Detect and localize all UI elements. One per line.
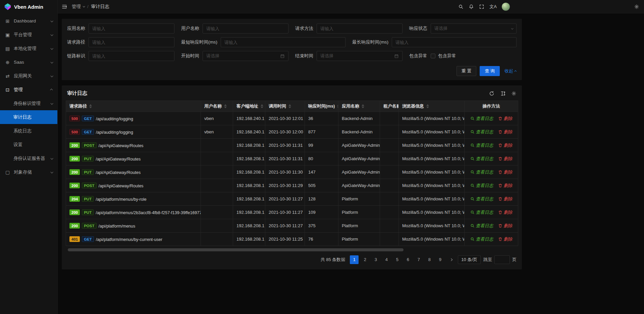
page-jumper: 跳至 页 [483, 255, 517, 264]
app-name-input[interactable] [89, 23, 174, 34]
trace-id-input[interactable] [89, 51, 174, 61]
sidebar-item-localization[interactable]: ▤ 本地化管理 [0, 42, 57, 55]
page-size-select[interactable]: 10 条/页 [458, 255, 481, 264]
sidebar-item-object-storage[interactable]: ▢ 对象存储 [0, 165, 57, 179]
view-log-button[interactable]: 查看日志 [470, 223, 493, 229]
locale-icon[interactable]: 文A [489, 4, 497, 10]
view-log-button[interactable]: 查看日志 [470, 196, 493, 202]
min-response-time-input[interactable] [221, 37, 345, 47]
delete-button[interactable]: 删除 [498, 236, 513, 242]
browser-info-cell: Mozilla/5.0 (Windows NT 10.0; Win... [399, 166, 465, 179]
collapse-label: 收起 [504, 68, 513, 74]
search-icon[interactable] [458, 4, 464, 9]
user-name-cell [201, 166, 233, 179]
page-button[interactable]: 1 [350, 255, 359, 264]
column-header[interactable]: 应用名称 [338, 101, 380, 112]
delete-button[interactable]: 删除 [498, 142, 513, 148]
page-button[interactable]: 7 [414, 255, 423, 264]
delete-button[interactable]: 删除 [498, 183, 513, 189]
column-header[interactable]: 客户端地址 [233, 101, 265, 112]
delete-button[interactable]: 删除 [498, 196, 513, 202]
has-exception-checkbox[interactable] [431, 54, 435, 58]
table-row: 200POST/api/ApiGateway/Routes 192.168.20… [66, 179, 518, 192]
trash-icon [498, 237, 502, 241]
user-name-input[interactable] [203, 23, 288, 34]
column-header[interactable]: 浏览器信息 [399, 101, 465, 112]
page-button[interactable]: 5 [393, 255, 401, 264]
scrollbar-thumb[interactable] [68, 248, 404, 251]
delete-button[interactable]: 删除 [498, 223, 513, 229]
http-method-input[interactable] [317, 23, 402, 34]
delete-button[interactable]: 删除 [498, 129, 513, 135]
collapse-link[interactable]: 收起 [504, 68, 517, 74]
column-header[interactable]: 调用时间 [265, 101, 305, 112]
browser-info-cell: Mozilla/5.0 (Windows NT 10.0; Win... [399, 192, 465, 206]
gear-icon[interactable] [634, 0, 639, 13]
fullscreen-icon[interactable] [479, 4, 484, 9]
sidebar-item-saas[interactable]: ⊕ Saas [0, 55, 57, 69]
magnifier-icon [470, 156, 475, 161]
reset-button[interactable]: 重 置 [457, 66, 477, 76]
delete-button[interactable]: 删除 [498, 209, 513, 215]
chevron-up-icon [51, 89, 53, 91]
sidebar-item-label: 应用网关 [14, 73, 32, 79]
table-row: 500GET/api/auditing/logging vben 192.168… [66, 112, 518, 125]
end-time-picker[interactable]: 请选择 [317, 51, 402, 61]
avatar[interactable] [502, 3, 510, 11]
page-button[interactable]: 2 [361, 255, 369, 264]
view-log-button[interactable]: 查看日志 [470, 209, 493, 215]
sidebar-item-audit-log[interactable]: 审计日志 [0, 110, 57, 124]
browser-info-cell: Mozilla/5.0 (Windows NT 10.0; Win... [399, 233, 465, 246]
column-height-icon[interactable] [500, 91, 505, 96]
start-time-picker[interactable]: 请选择 [203, 51, 288, 61]
view-log-button[interactable]: 查看日志 [470, 156, 493, 162]
next-page-button[interactable] [447, 255, 455, 264]
column-header[interactable]: 响应时间(ms) [305, 101, 338, 112]
settings-icon[interactable] [511, 91, 517, 96]
delete-button[interactable]: 删除 [498, 169, 513, 175]
page-button[interactable]: 8 [425, 255, 434, 264]
view-log-button[interactable]: 查看日志 [470, 129, 493, 135]
view-log-button[interactable]: 查看日志 [470, 142, 493, 148]
sidebar-item-settings[interactable]: 设置 [0, 138, 57, 151]
page-button[interactable]: 4 [382, 255, 391, 264]
view-log-button[interactable]: 查看日志 [470, 169, 493, 175]
trash-icon [498, 156, 502, 161]
page-button[interactable]: 9 [436, 255, 444, 264]
column-header[interactable]: 请求路径 [66, 101, 201, 112]
sidebar-item-platform[interactable]: ▣ 平台管理 [0, 28, 57, 42]
page-button[interactable]: 6 [404, 255, 412, 264]
column-header[interactable]: 租户名称 [380, 101, 399, 112]
sidebar-item-identity-server[interactable]: 身份认证服务器 [0, 151, 57, 165]
sidebar-item-gateway[interactable]: ⇄ 应用网关 [0, 69, 57, 83]
view-log-button[interactable]: 查看日志 [470, 236, 493, 242]
view-log-button[interactable]: 查看日志 [470, 183, 493, 189]
refresh-icon[interactable] [489, 91, 494, 96]
sidebar-item-dashboard[interactable]: ⊞ Dashboard [0, 14, 57, 28]
http-status-select[interactable]: 请选择 [431, 23, 517, 34]
table-row: 200PUT/api/ApiGateway/Routes 192.168.208… [66, 166, 518, 179]
sort-icon [261, 104, 263, 108]
max-response-time-input[interactable] [392, 37, 517, 47]
chevron-down-icon [51, 20, 53, 22]
jump-page-input[interactable] [494, 255, 510, 264]
method-badge: POST [82, 142, 96, 148]
sidebar-item-identity-management[interactable]: 身份标识管理 [0, 97, 57, 110]
app-logo[interactable]: Vben Admin [0, 0, 57, 13]
query-button[interactable]: 查 询 [480, 66, 500, 76]
sidebar-item-management[interactable]: ⊡ 管理 [0, 83, 57, 97]
menu-fold-icon[interactable] [62, 4, 67, 9]
request-path-input[interactable] [89, 37, 174, 47]
page-button[interactable]: 3 [371, 255, 380, 264]
delete-button[interactable]: 删除 [498, 156, 513, 162]
calendar-icon [394, 54, 399, 58]
view-log-button[interactable]: 查看日志 [470, 116, 493, 122]
field-end-time: 结束时间 请选择 [295, 51, 402, 61]
bell-icon[interactable] [469, 4, 474, 9]
panel-header: 审计日志 [66, 89, 518, 101]
column-header[interactable]: 用户名称 [201, 101, 233, 112]
sort-icon [224, 104, 227, 108]
breadcrumb-root[interactable]: 管理 [72, 4, 85, 10]
delete-button[interactable]: 删除 [498, 116, 513, 122]
sidebar-item-system-log[interactable]: 系统日志 [0, 124, 57, 138]
